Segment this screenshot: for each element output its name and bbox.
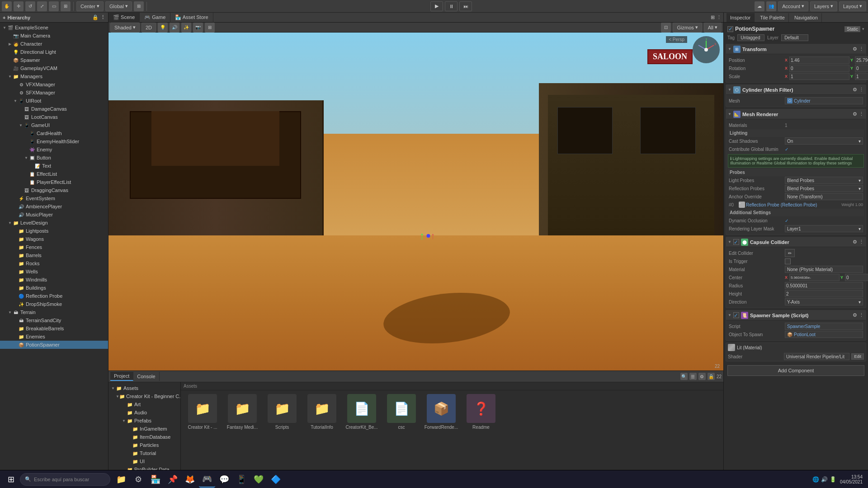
hierarchy-item[interactable]: 📁Windmills xyxy=(0,276,108,284)
filter-icon[interactable]: ☰ xyxy=(689,373,697,380)
hierarchy-item[interactable]: 📁Enemies xyxy=(0,333,108,341)
layers-button[interactable]: Layers ▾ xyxy=(810,1,837,11)
tab-asset-store[interactable]: 🏪 Asset Store xyxy=(170,13,213,23)
lighting-icon[interactable]: 💡 xyxy=(158,23,168,33)
project-tree-item[interactable]: 📁ItemDatabase xyxy=(108,433,180,441)
tab-inspector[interactable]: Inspector xyxy=(726,13,755,22)
radius-input[interactable] xyxy=(785,282,863,289)
hierarchy-item[interactable]: ✨DropShipSmoke xyxy=(0,300,108,308)
fx-icon[interactable]: ✨ xyxy=(181,23,191,33)
pos-y-input[interactable] xyxy=(855,56,868,64)
hierarchy-item[interactable]: 🔊MusicPlayer xyxy=(0,211,108,219)
tab-game[interactable]: 🎮 Game xyxy=(140,13,170,23)
project-tree-item[interactable]: ▼📁Creator Kit - Beginner C... xyxy=(108,392,180,400)
add-hierarchy-btn[interactable]: + xyxy=(3,15,5,20)
hierarchy-item[interactable]: 📦Spawner xyxy=(0,56,108,64)
scene-view[interactable]: SALOON ↑ → < Persp xyxy=(108,33,723,371)
light-probes-value[interactable]: Blend Probes ▾ xyxy=(785,177,863,184)
snap-icon[interactable]: ⊞ xyxy=(134,1,144,11)
space-btn[interactable]: Global ▾ xyxy=(105,1,132,11)
hierarchy-item[interactable]: 📝Text xyxy=(0,162,108,170)
asset-item[interactable]: 📁Creator Kit - ... xyxy=(184,394,221,430)
hierarchy-item[interactable]: 📱CardHealth xyxy=(0,129,108,137)
edit-collider-btn[interactable]: ✏ xyxy=(785,249,795,257)
probe-name[interactable]: Reflection Probe (Reflection Probe) xyxy=(746,202,840,207)
project-tree-item[interactable]: ▼📁Prefabs xyxy=(108,417,180,425)
edit-shader-btn[interactable]: Edit xyxy=(851,353,864,360)
taskbar-app-unity[interactable]: 🎮 xyxy=(199,471,215,488)
rotate-tool-btn[interactable]: ↺ xyxy=(25,1,35,11)
audio-icon[interactable]: 🔊 xyxy=(170,23,179,33)
asset-item[interactable]: 📁Scripts xyxy=(264,394,300,430)
hierarchy-item[interactable]: ⚙SFXManager xyxy=(0,89,108,97)
more-icon[interactable]: ⋮ xyxy=(859,87,864,93)
tab-scene[interactable]: 🎬 Scene xyxy=(108,13,140,23)
hierarchy-item[interactable]: 📁Fences xyxy=(0,243,108,251)
project-tree-item[interactable]: 📁Tutorial xyxy=(108,449,180,457)
scale-y-input[interactable] xyxy=(855,73,868,80)
reflection-probes-value[interactable]: Blend Probes ▾ xyxy=(785,185,863,192)
object-to-spawn-value[interactable]: 📦 PotionLoot xyxy=(785,331,863,338)
taskbar-app-extra[interactable]: 🔷 xyxy=(268,471,284,488)
hierarchy-item[interactable]: 📷Main Camera xyxy=(0,32,108,40)
hierarchy-item[interactable]: 🔊AmbiencePlayer xyxy=(0,202,108,211)
capsule-collider-header[interactable]: ▼ ✓ ⬤ Capsule Collider ⚙ ⋮ xyxy=(726,237,866,247)
tab-console[interactable]: Console xyxy=(133,372,159,381)
material-value[interactable]: None (Physic Material) xyxy=(785,266,863,273)
add-component-button[interactable]: Add Component xyxy=(727,365,864,376)
more-icon[interactable]: ⋮ xyxy=(859,46,864,52)
hierarchy-item[interactable]: 📁Wagons xyxy=(0,235,108,243)
pivot-btn[interactable]: Center ▾ xyxy=(76,1,104,11)
static-badge[interactable]: Static xyxy=(844,26,860,32)
hierarchy-item[interactable]: ▼📱UIRoot xyxy=(0,97,108,105)
asset-item[interactable]: 📦ForwardRende... xyxy=(423,394,459,430)
center-x-input[interactable] xyxy=(789,274,840,281)
settings-icon[interactable]: ⚙ xyxy=(853,46,857,52)
hierarchy-item[interactable]: 🔵Reflection Probe xyxy=(0,292,108,300)
hierarchy-item[interactable]: 📁Buildings xyxy=(0,284,108,292)
hierarchy-item[interactable]: ▼🎬ExampleScene xyxy=(0,23,108,32)
taskbar-app-discord[interactable]: 💬 xyxy=(216,471,232,488)
taskbar-app-firefox[interactable]: 🦊 xyxy=(182,471,198,488)
taskbar-app-files[interactable]: 📁 xyxy=(113,471,129,488)
hierarchy-item[interactable]: 🖼LootCanvas xyxy=(0,113,108,121)
start-button[interactable]: ⊞ xyxy=(2,471,20,488)
hierarchy-item[interactable]: 📁Wells xyxy=(0,267,108,276)
settings-icon[interactable]: ⚙ xyxy=(853,111,857,117)
step-button[interactable]: ⏭ xyxy=(459,1,472,11)
lock-icon[interactable]: 🔒 xyxy=(92,14,99,20)
hierarchy-item[interactable]: ▼📁Managers xyxy=(0,72,108,80)
more-icon[interactable]: ⋮ xyxy=(100,14,105,20)
asset-item[interactable]: ❓Readme xyxy=(463,394,499,430)
asset-item[interactable]: 📄csc xyxy=(383,394,420,430)
anchor-override-value[interactable]: None (Transform) xyxy=(785,193,863,200)
network-icon[interactable]: 🌐 xyxy=(812,476,819,483)
height-input[interactable] xyxy=(785,290,863,297)
hierarchy-item[interactable]: 🖼DraggingCanvas xyxy=(0,186,108,194)
more-icon[interactable]: ⋮ xyxy=(859,111,864,117)
tag-dropdown[interactable]: Untagged xyxy=(737,34,764,41)
all-layers-btn[interactable]: All ▾ xyxy=(704,23,722,33)
hierarchy-item[interactable]: ▶🧑Character xyxy=(0,40,108,48)
hierarchy-item[interactable]: 👾Enemy xyxy=(0,145,108,154)
is-trigger-checkbox[interactable] xyxy=(785,258,791,264)
project-tree-item[interactable]: 📁UI xyxy=(108,457,180,465)
tab-navigation[interactable]: Navigation xyxy=(791,13,822,22)
asset-item[interactable]: 📁TutorialInfo xyxy=(304,394,340,430)
grid-snap-icon[interactable]: ⊡ xyxy=(661,23,671,33)
settings-icon[interactable]: ⚙ xyxy=(853,312,857,318)
more-icon[interactable]: ⋮ xyxy=(859,312,864,318)
hierarchy-item[interactable]: 📦PotionSpawner xyxy=(0,341,108,349)
more-icon[interactable]: ⋮ xyxy=(859,239,864,245)
move-tool-btn[interactable]: ✛ xyxy=(14,1,24,11)
play-button[interactable]: ▶ xyxy=(430,1,443,11)
hierarchy-item[interactable]: ⚙VFXManager xyxy=(0,80,108,89)
dynamic-occlusion-check[interactable]: ✓ xyxy=(785,218,788,223)
rot-x-input[interactable] xyxy=(789,65,849,72)
center-y-input[interactable] xyxy=(845,274,868,281)
taskbar-app-phone[interactable]: 📱 xyxy=(233,471,250,488)
mesh-value[interactable]: ⬡ Cylinder xyxy=(785,97,863,104)
settings-icon[interactable]: ⚙ xyxy=(853,87,857,93)
scale-tool-btn[interactable]: ⤢ xyxy=(37,1,47,11)
2d-btn[interactable]: 2D xyxy=(142,23,156,33)
